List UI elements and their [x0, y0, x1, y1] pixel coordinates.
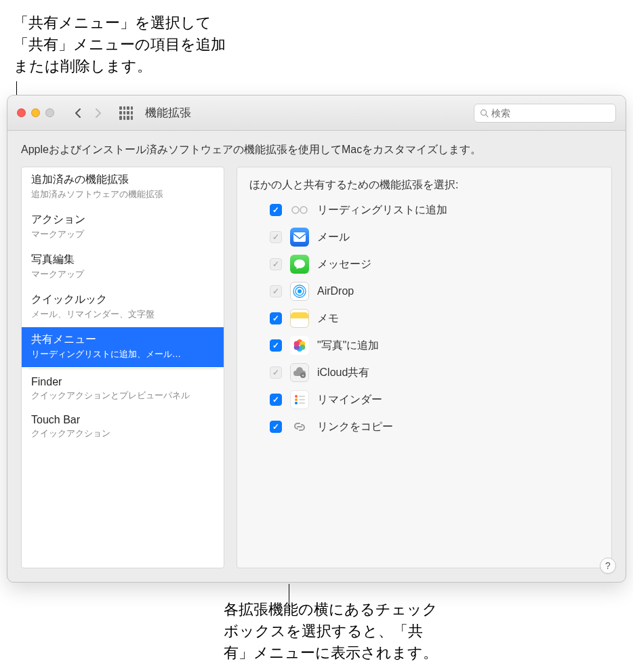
sidebar-item[interactable]: クイックルックメール、リマインダー、文字盤 — [22, 287, 224, 327]
show-all-icon[interactable] — [119, 106, 133, 120]
sidebar-item[interactable]: Touch Barクイックアクション — [22, 408, 224, 446]
extension-checkbox — [270, 258, 282, 270]
svg-rect-21 — [299, 402, 305, 404]
window-title: 機能拡張 — [145, 105, 191, 121]
sidebar-item-title: クイックルック — [31, 293, 214, 307]
extension-label: メモ — [317, 312, 339, 326]
extension-row: "写真"に追加 — [270, 336, 599, 355]
sidebar-item-subtitle: メール、リマインダー、文字盤 — [31, 308, 214, 320]
photos-icon — [290, 336, 309, 355]
msg-icon — [290, 255, 309, 274]
svg-rect-4 — [293, 232, 306, 242]
extension-checkbox[interactable] — [270, 204, 282, 216]
extension-label: "写真"に追加 — [317, 339, 379, 353]
sidebar-item[interactable]: 共有メニューリーディングリストに追加、メール… — [22, 327, 224, 367]
extension-row: +iCloud共有 — [270, 363, 599, 382]
preferences-window: 機能拡張 Appleおよびインストール済みソフトウェアの機能拡張を使用してMac… — [7, 95, 626, 583]
sidebar-divider — [28, 369, 217, 369]
svg-point-18 — [295, 398, 298, 401]
extension-label: AirDrop — [317, 285, 354, 297]
extension-checkbox — [270, 285, 282, 297]
extension-row: リンクをコピー — [270, 417, 599, 436]
extension-checkbox[interactable] — [270, 339, 282, 352]
traffic-lights — [17, 108, 54, 117]
sidebar-item-title: 写真編集 — [31, 253, 214, 267]
sidebar-item[interactable]: Finderクイックアクションとプレビューパネル — [22, 371, 224, 408]
extension-label: メール — [317, 230, 350, 245]
svg-rect-19 — [299, 399, 305, 400]
svg-rect-17 — [299, 396, 305, 397]
extension-label: iCloud共有 — [317, 366, 369, 380]
extension-row: AirDrop — [270, 282, 599, 301]
extension-list: リーディングリストに追加メールメッセージAirDropメモ"写真"に追加+iCl… — [249, 201, 599, 436]
svg-point-5 — [298, 289, 302, 293]
svg-text:+: + — [302, 373, 304, 378]
extension-checkbox[interactable] — [270, 421, 282, 433]
reading-icon — [290, 201, 309, 219]
help-button[interactable]: ? — [600, 558, 616, 574]
icloud-icon: + — [290, 363, 309, 382]
svg-point-3 — [300, 207, 307, 213]
sidebar-item-title: Touch Bar — [31, 414, 214, 426]
titlebar: 機能拡張 — [7, 96, 626, 131]
extension-checkbox — [270, 231, 282, 243]
sidebar-item-subtitle: マークアップ — [31, 268, 214, 280]
svg-point-16 — [295, 395, 298, 398]
airdrop-icon — [290, 282, 309, 301]
callout-bottom: 各拡張機能の横にあるチェックボックスを選択すると、「共有」メニューに表示されます… — [224, 599, 447, 664]
svg-line-1 — [486, 114, 488, 117]
page-description: Appleおよびインストール済みソフトウェアの機能拡張を使用してMacをカスタマ… — [21, 143, 612, 157]
sidebar-item-title: アクション — [31, 213, 214, 227]
back-button[interactable] — [68, 105, 88, 121]
svg-point-13 — [294, 341, 300, 347]
link-icon — [290, 417, 309, 436]
extension-row: リーディングリストに追加 — [270, 201, 599, 219]
search-field[interactable] — [474, 104, 616, 123]
extension-checkbox[interactable] — [270, 312, 282, 324]
mail-icon — [290, 228, 309, 247]
forward-button — [88, 105, 108, 121]
extension-row: メッセージ — [270, 255, 599, 274]
category-sidebar: 追加済みの機能拡張追加済みソフトウェアの機能拡張アクションマークアップ写真編集マ… — [21, 167, 224, 568]
callout-top: 「共有メニュー」を選択して「共有」メニューの項目を追加または削除します。 — [14, 12, 230, 77]
svg-point-20 — [295, 402, 298, 404]
zoom-button — [45, 108, 54, 117]
extension-label: リンクをコピー — [317, 420, 393, 434]
sidebar-item-subtitle: クイックアクション — [31, 427, 214, 440]
detail-heading: ほかの人と共有するための機能拡張を選択: — [249, 178, 599, 192]
search-icon — [480, 108, 489, 118]
sidebar-item-subtitle: クイックアクションとプレビューパネル — [31, 390, 214, 402]
sidebar-item-title: 共有メニュー — [31, 333, 214, 347]
extension-label: リーディングリストに追加 — [317, 203, 447, 217]
sidebar-item-subtitle: マークアップ — [31, 228, 214, 240]
extension-row: メール — [270, 228, 599, 247]
extension-label: リマインダー — [317, 393, 382, 407]
sidebar-item-title: 追加済みの機能拡張 — [31, 173, 214, 187]
sidebar-item-subtitle: リーディングリストに追加、メール… — [31, 348, 214, 360]
window-body: Appleおよびインストール済みソフトウェアの機能拡張を使用してMacをカスタマ… — [7, 131, 626, 582]
detail-pane: ほかの人と共有するための機能拡張を選択: リーディングリストに追加メールメッセー… — [237, 167, 612, 568]
reminders-icon — [290, 390, 309, 409]
minimize-button[interactable] — [31, 108, 40, 117]
nav-buttons — [68, 105, 108, 121]
extension-row: メモ — [270, 309, 599, 328]
extension-row: リマインダー — [270, 390, 599, 409]
callout-leader — [289, 584, 289, 610]
sidebar-item-subtitle: 追加済みソフトウェアの機能拡張 — [31, 188, 214, 201]
search-input[interactable] — [491, 108, 610, 119]
sidebar-item[interactable]: アクションマークアップ — [22, 207, 224, 247]
close-button[interactable] — [17, 108, 26, 117]
sidebar-item[interactable]: 追加済みの機能拡張追加済みソフトウェアの機能拡張 — [22, 167, 224, 207]
svg-point-2 — [292, 207, 299, 213]
extension-checkbox[interactable] — [270, 394, 282, 406]
sidebar-item-title: Finder — [31, 376, 214, 388]
extension-checkbox — [270, 366, 282, 379]
notes-icon — [290, 309, 309, 328]
sidebar-item[interactable]: 写真編集マークアップ — [22, 247, 224, 287]
extension-label: メッセージ — [317, 257, 371, 272]
